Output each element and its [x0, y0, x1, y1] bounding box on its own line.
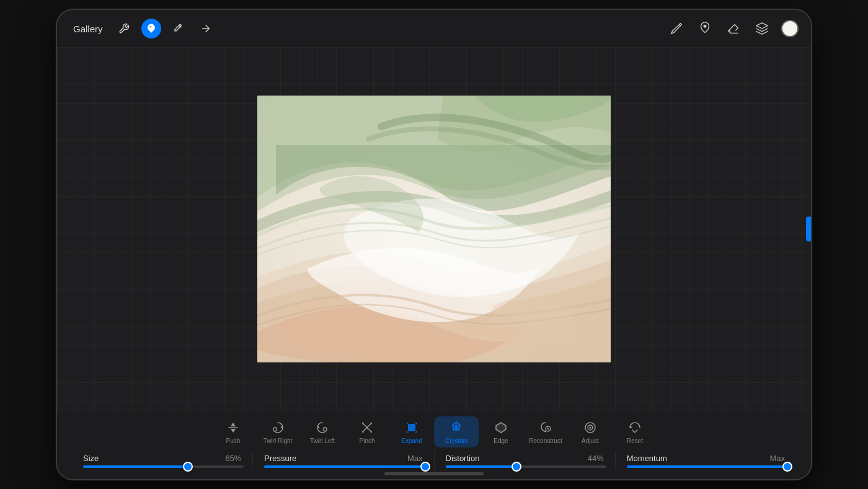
svg-marker-7 — [496, 423, 506, 433]
twirl-right-icon — [270, 420, 285, 435]
pressure-slider-track[interactable] — [264, 465, 425, 468]
svg-point-0 — [704, 25, 706, 28]
eraser-button[interactable] — [724, 19, 743, 38]
push-icon — [226, 420, 241, 435]
edge-icon — [494, 420, 508, 435]
reset-label: Reset — [627, 437, 643, 445]
size-slider-group: Size 65% — [82, 454, 242, 468]
side-handle[interactable] — [806, 217, 811, 241]
pinch-tool-button[interactable]: Pinch — [345, 416, 389, 447]
distortion-slider-group: Distortion 44% — [445, 454, 605, 468]
distortion-value: 44% — [588, 454, 604, 463]
smudge-button[interactable] — [169, 19, 188, 38]
scrollbar[interactable] — [384, 472, 484, 475]
liquify-button[interactable] — [141, 19, 161, 38]
tool-buttons-row: Push Twirl Right — [211, 416, 657, 447]
twirl-left-icon — [315, 420, 330, 435]
adjust-icon — [583, 420, 598, 435]
adjust-label: Adjust — [582, 437, 599, 445]
momentum-slider-header: Momentum Max — [626, 454, 786, 463]
distortion-slider-track[interactable] — [446, 465, 606, 468]
twirl-left-tool-button[interactable]: Twirl Left — [300, 416, 345, 447]
svg-point-6 — [456, 427, 458, 429]
slider-divider-1 — [252, 451, 253, 470]
layers-button[interactable] — [753, 19, 771, 38]
twirl-right-label: Twirl Right — [264, 437, 293, 445]
expand-tool-button[interactable]: Expand — [389, 416, 434, 447]
svg-rect-3 — [408, 424, 415, 431]
bottom-toolbar: Push Twirl Right — [57, 411, 811, 479]
momentum-slider-track[interactable] — [627, 465, 787, 468]
adjust-tool-button[interactable]: Adjust — [568, 416, 613, 447]
momentum-slider-group: Momentum Max — [626, 454, 786, 468]
crystals-tool-button[interactable]: Crystals — [434, 416, 479, 447]
pressure-value: Max — [407, 454, 423, 463]
size-value: 65% — [225, 454, 241, 463]
reconstruct-label: Reconstruct — [529, 437, 562, 445]
crystals-label: Crystals — [445, 437, 467, 445]
brush-button[interactable] — [667, 19, 686, 38]
pressure-slider-group: Pressure Max — [263, 454, 423, 468]
twirl-right-tool-button[interactable]: Twirl Right — [255, 416, 300, 447]
size-slider-header: Size 65% — [82, 454, 242, 463]
color-swatch[interactable] — [781, 20, 799, 37]
expand-icon — [404, 420, 419, 435]
edge-label: Edge — [494, 437, 508, 445]
pressure-label: Pressure — [264, 454, 296, 463]
sliders-row: Size 65% Pressure Max — [57, 451, 811, 470]
pinch-icon — [360, 420, 374, 435]
gallery-button[interactable]: Gallery — [69, 21, 107, 37]
twirl-left-label: Twirl Left — [310, 437, 335, 445]
reset-icon — [627, 420, 642, 435]
top-bar-left: Gallery — [69, 19, 216, 38]
reconstruct-icon — [538, 420, 553, 435]
top-bar-right — [667, 19, 799, 38]
momentum-value: Max — [769, 454, 785, 463]
svg-point-11 — [590, 427, 591, 429]
momentum-label: Momentum — [627, 454, 667, 463]
reconstruct-tool-button[interactable]: Reconstruct — [523, 416, 568, 447]
svg-point-2 — [366, 426, 368, 429]
pressure-slider-header: Pressure Max — [263, 454, 423, 463]
slider-divider-3 — [615, 451, 616, 470]
distortion-slider-header: Distortion 44% — [445, 454, 605, 463]
size-label: Size — [83, 454, 99, 463]
edge-tool-button[interactable]: Edge — [479, 416, 523, 447]
crystals-icon — [449, 420, 464, 435]
artwork — [257, 96, 611, 362]
reset-tool-button[interactable]: Reset — [613, 416, 657, 447]
slider-divider-2 — [434, 451, 435, 470]
smudge-tool-button[interactable] — [696, 19, 714, 38]
top-bar: Gallery — [57, 10, 811, 47]
pinch-label: Pinch — [359, 437, 374, 445]
distortion-label: Distortion — [446, 454, 480, 463]
push-label: Push — [226, 437, 241, 445]
wrench-button[interactable] — [114, 19, 134, 38]
canvas-area[interactable] — [57, 47, 811, 411]
canvas-content — [257, 96, 611, 362]
push-tool-button[interactable]: Push — [211, 416, 255, 447]
expand-label: Expand — [401, 437, 422, 445]
device-frame: Gallery — [56, 9, 812, 480]
transform-button[interactable] — [196, 19, 216, 38]
size-slider-track[interactable] — [83, 465, 244, 468]
